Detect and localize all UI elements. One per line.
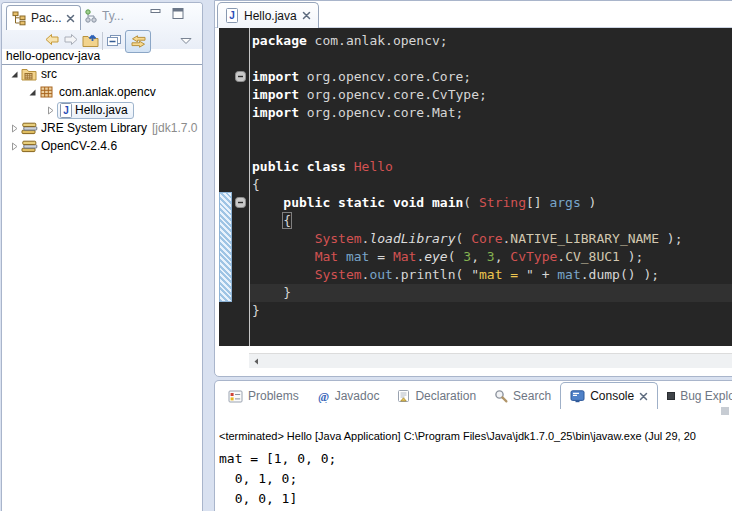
fold-collapse-icon[interactable] (235, 197, 246, 208)
tree-item-suffix: [jdk1.7.0 (152, 121, 197, 135)
tree-item-src[interactable]: src (2, 65, 202, 83)
view-tab-package-explorer[interactable]: Pac... (6, 5, 81, 30)
svg-text:J: J (63, 105, 69, 116)
search-icon (494, 389, 508, 403)
console-output-line: 0, 1, 0; (219, 469, 732, 489)
svg-text:J: J (229, 10, 235, 21)
close-icon[interactable] (302, 11, 311, 20)
tab-label: Javadoc (335, 389, 380, 403)
eclipse-window: Pac... Ty... hello-opencv-java (0, 0, 732, 511)
console-status-line: <terminated> Hello [Java Application] C:… (219, 428, 732, 444)
code-line: } (250, 284, 732, 302)
code-area[interactable]: package com.anlak.opencv;import org.open… (250, 32, 732, 346)
editor-tab-bar: J Hello.java (215, 1, 732, 28)
up-icon[interactable] (82, 32, 99, 47)
java-file-icon: J (59, 103, 73, 118)
maximize-icon[interactable] (172, 8, 184, 19)
view-tab-label: Pac... (31, 11, 62, 25)
tab-declaration[interactable]: Declaration (388, 383, 485, 409)
tab-label: Console (590, 389, 634, 403)
editor-horizontal-scrollbar[interactable] (249, 353, 732, 368)
code-line: import org.opencv.core.Mat; (250, 104, 732, 122)
java-file-icon: J (225, 8, 239, 23)
code-line: { (250, 176, 732, 194)
tree-item-jre-system-library[interactable]: JRE System Library [jdk1.7.0 (2, 119, 202, 137)
close-icon[interactable] (639, 392, 648, 401)
tree-expanded-arrow[interactable] (8, 70, 21, 79)
tree-item-hello-java[interactable]: JHello.java (2, 101, 202, 119)
tree-item-label: JRE System Library (39, 121, 149, 135)
scroll-left-icon[interactable] (249, 354, 264, 369)
console-output-line: 0, 0, 1] (219, 489, 732, 509)
code-line: System.loadLibrary( Core.NATIVE_LIBRARY_… (250, 230, 732, 248)
tree-item-label: com.anlak.opencv (57, 85, 158, 99)
code-line: public static void main( String[] args ) (250, 194, 732, 212)
code-line: System.out.println( "mat = " + mat.dump(… (250, 266, 732, 284)
console-output[interactable]: mat = [1, 0, 0; 0, 1, 0; 0, 0, 1] (219, 449, 732, 511)
range-indicator (219, 192, 232, 302)
package-explorer-icon (12, 11, 27, 26)
code-editor[interactable]: package com.anlak.opencv;import org.open… (219, 28, 732, 346)
package-explorer-tree: hello-opencv-java src com.anlak.opencv J… (2, 48, 202, 511)
project-root-label[interactable]: hello-opencv-java (2, 48, 202, 64)
view-tab-label: Ty... (102, 9, 124, 23)
editor-panel: J Hello.java package com.anlak.opencv;im… (214, 0, 732, 377)
type-hierarchy-icon (84, 9, 98, 23)
tree-item-label: Hello.java (73, 103, 130, 117)
console-toolbar-partial-icon[interactable] (721, 407, 729, 415)
close-icon[interactable] (66, 14, 75, 23)
tab-javadoc[interactable]: @ Javadoc (308, 383, 389, 409)
minimize-icon[interactable] (150, 8, 162, 19)
tab-console[interactable]: Console (560, 382, 658, 409)
tree-item-com-anlak-opencv[interactable]: com.anlak.opencv (2, 83, 202, 101)
collapse-all-icon[interactable] (106, 34, 122, 48)
package-explorer-header: Pac... Ty... (2, 3, 202, 49)
editor-tab-hello-java[interactable]: J Hello.java (217, 2, 319, 28)
bottom-tab-bar: Problems @ Javadoc Declaration Search Co… (215, 381, 732, 409)
code-line: import org.opencv.core.Core; (250, 68, 732, 86)
forward-icon[interactable] (63, 33, 79, 46)
view-menu-icon[interactable] (180, 37, 192, 45)
view-tab-type-hierarchy[interactable]: Ty... (84, 9, 124, 23)
tab-label: Problems (248, 389, 299, 403)
code-line: Mat mat = Mat.eye( 3, 3, CvType.CV_8UC1 … (250, 248, 732, 266)
link-with-editor-icon (130, 35, 147, 48)
javadoc-icon: @ (317, 390, 330, 403)
tree-item-label: OpenCV-2.4.6 (39, 139, 119, 153)
tree-collapsed-arrow[interactable] (44, 106, 57, 115)
console-panel: Problems @ Javadoc Declaration Search Co… (214, 380, 732, 511)
declaration-icon (397, 389, 410, 403)
fold-collapse-icon[interactable] (235, 71, 246, 82)
code-line (250, 140, 732, 158)
tab-label: Bug Explorer (680, 389, 732, 403)
code-line (250, 122, 732, 140)
back-icon[interactable] (44, 33, 60, 46)
bug-icon (667, 392, 675, 400)
tree-collapsed-arrow[interactable] (8, 142, 21, 151)
package-explorer-panel: Pac... Ty... hello-opencv-java (1, 2, 203, 511)
code-line: public class Hello (250, 158, 732, 176)
code-line: import org.opencv.core.CvType; (250, 86, 732, 104)
tab-label: Search (513, 389, 551, 403)
code-line: } (250, 302, 732, 320)
console-output-line: mat = [1, 0, 0; (219, 449, 732, 469)
tab-search[interactable]: Search (485, 383, 560, 409)
code-line: package com.anlak.opencv; (250, 32, 732, 50)
tree-item-opencv-2-4-6[interactable]: OpenCV-2.4.6 (2, 137, 202, 155)
tree-rows: src com.anlak.opencv JHello.java JRE Sys… (2, 65, 202, 155)
editor-tab-label: Hello.java (244, 9, 297, 23)
tree-collapsed-arrow[interactable] (8, 124, 21, 133)
tree-selection: JHello.java (57, 102, 134, 119)
tree-item-label: src (39, 67, 59, 81)
tree-expanded-arrow[interactable] (26, 88, 39, 97)
code-line (250, 50, 732, 68)
problems-icon (228, 390, 243, 403)
svg-text:@: @ (318, 390, 329, 403)
code-line: { (250, 212, 732, 230)
tab-bug-explorer[interactable]: Bug Explorer (658, 383, 732, 409)
console-icon (570, 390, 585, 403)
tab-problems[interactable]: Problems (219, 383, 308, 409)
tab-label: Declaration (415, 389, 476, 403)
